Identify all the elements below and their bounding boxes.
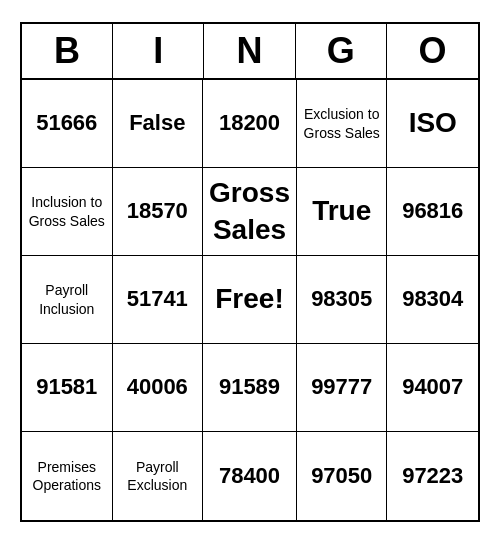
bingo-cell: 18570 [113,168,204,256]
header-letter: G [296,24,387,78]
bingo-cell: Exclusion to Gross Sales [297,80,388,168]
bingo-cell: 51666 [22,80,113,168]
header-letter: I [113,24,204,78]
bingo-cell: 97050 [297,432,388,520]
bingo-cell: 97223 [387,432,478,520]
header-letter: B [22,24,113,78]
bingo-cell: False [113,80,204,168]
bingo-grid: 51666False18200Exclusion to Gross SalesI… [22,80,478,520]
bingo-cell: 96816 [387,168,478,256]
header-letter: O [387,24,478,78]
bingo-cell: Gross Sales [203,168,297,256]
bingo-cell: ISO [387,80,478,168]
bingo-cell: 98305 [297,256,388,344]
bingo-cell: 98304 [387,256,478,344]
bingo-header: BINGO [22,24,478,80]
bingo-cell: 91581 [22,344,113,432]
bingo-cell: Premises Operations [22,432,113,520]
bingo-cell: Payroll Inclusion [22,256,113,344]
bingo-cell: 78400 [203,432,297,520]
bingo-cell: 40006 [113,344,204,432]
header-letter: N [204,24,295,78]
bingo-cell: Inclusion to Gross Sales [22,168,113,256]
bingo-cell: True [297,168,388,256]
bingo-cell: Payroll Exclusion [113,432,204,520]
bingo-cell: Free! [203,256,297,344]
bingo-card: BINGO 51666False18200Exclusion to Gross … [20,22,480,522]
bingo-cell: 94007 [387,344,478,432]
bingo-cell: 99777 [297,344,388,432]
bingo-cell: 91589 [203,344,297,432]
bingo-cell: 18200 [203,80,297,168]
bingo-cell: 51741 [113,256,204,344]
